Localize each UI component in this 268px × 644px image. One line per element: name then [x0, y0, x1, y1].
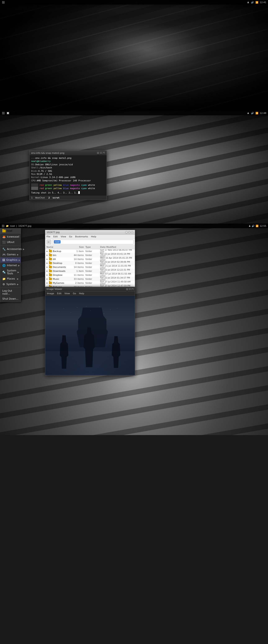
terminal-minimize-btn[interactable]: _	[97, 152, 99, 154]
iv-menu-help[interactable]: Help	[79, 292, 84, 295]
topbar-image-name: 102477.jpg	[18, 225, 31, 227]
expand-arrow: ▶	[47, 258, 49, 260]
expand-arrow: ▶	[47, 254, 49, 256]
clock-3: 12:55	[260, 225, 266, 227]
terminal-line-colors1: black red green yellow blue magenta cyan…	[31, 184, 105, 186]
file-size: 14 items	[71, 266, 85, 268]
file-type: folder	[85, 278, 100, 280]
menu-item-systemtools[interactable]: 🔩 System Tools ▶	[0, 268, 21, 276]
internet-arrow: ▶	[18, 264, 20, 267]
fm-path-bar[interactable]: noel	[52, 240, 133, 244]
fm-minimize-btn[interactable]: _	[125, 231, 128, 234]
network-icon-2: 📶	[255, 111, 258, 115]
system-icon: ⚙	[2, 282, 5, 286]
scene-atmosphere	[45, 296, 135, 375]
fm-col-type: Type	[85, 246, 100, 248]
fm-col-date: Date Modified	[100, 246, 133, 248]
terminal-body[interactable]: --- env-info && snap mate2.png noel@blue…	[30, 155, 106, 196]
fm-maximize-btn[interactable]: □	[128, 231, 131, 234]
network-icon-3: 📶	[256, 225, 258, 227]
folder-icon	[49, 270, 52, 272]
file-size: 1 item	[71, 250, 85, 253]
terminal-tab-2[interactable]: 2 scrot	[48, 196, 59, 199]
menu-item-label: Iceweasel	[7, 235, 19, 238]
menu-icon-1[interactable]: ⬛	[2, 1, 5, 4]
terminal-line-colors2: black red green yellow blue magenta cyan…	[31, 187, 105, 190]
iv-minimize-btn[interactable]: _	[126, 288, 128, 290]
systray-1: ♟ 🔊 📶 12:41	[246, 1, 266, 4]
fm-menu-help[interactable]: Help	[91, 235, 96, 238]
fm-menu-file[interactable]: File	[47, 235, 50, 238]
menu-item-system[interactable]: ⚙ System ▶	[0, 282, 21, 287]
urxvt-icon: ⬛	[2, 240, 6, 244]
iv-content: ⌢ ⌢ ⌢ ⌢ ⌢ ⌢ ⌢ ⌢ ⌢ ⌢	[45, 296, 135, 375]
file-type: folder	[85, 266, 100, 268]
fm-toolbar: ← noel	[45, 239, 135, 245]
fm-close-btn[interactable]: ×	[131, 231, 133, 234]
games-icon: 🎮	[2, 253, 6, 256]
wallpaper-overlay-1	[0, 0, 268, 111]
menu-item-label: System	[7, 283, 16, 286]
imageviewer-window: Image Viewer _ □ × Image Edit View Go He…	[45, 287, 135, 375]
file-size: 14 items	[71, 258, 85, 260]
folder-icon	[49, 282, 52, 284]
menu-icon-2[interactable]: ⬛	[2, 111, 5, 115]
iv-menu-image[interactable]: Image	[47, 292, 54, 295]
menu-item-games[interactable]: 🎮 Games ▶	[0, 252, 21, 257]
file-size: 44 items	[71, 254, 85, 256]
file-name: Backup	[53, 250, 71, 253]
menu-item-accessories[interactable]: 🔧 Accessories ▶	[0, 246, 21, 252]
terminal-window: env-info && snap mate2.png _ □ × --- env…	[29, 150, 107, 200]
menu-item-urxvt[interactable]: ⬛ URxvt	[0, 240, 21, 245]
iv-close-btn[interactable]: ×	[131, 288, 133, 290]
menu-item-label: System Tools	[7, 269, 16, 275]
fm-menu-view[interactable]: View	[61, 235, 66, 238]
terminal-maximize-btn[interactable]: □	[100, 152, 102, 154]
iv-menu-edit[interactable]: Edit	[57, 292, 61, 295]
internet-icon: 🌐	[2, 264, 6, 267]
fm-column-header: Name Size Type Date Modified	[45, 245, 135, 249]
terminal-line-disk: Disk: 4.7G / 58G	[31, 170, 105, 172]
menu-item-logout[interactable]: Log Out noel...	[0, 288, 21, 296]
desktop-section-2: ⬛ 🔲 urxvt ♟ 🔊 📶 12:48 env-info && snap m…	[0, 111, 268, 224]
terminal-tab-1[interactable]: 1 WeeChat	[31, 196, 45, 199]
systemtools-icon: 🔩	[2, 270, 6, 274]
systray-2: ♟ 🔊 📶 12:48	[246, 111, 266, 115]
fm-back-button[interactable]: ←	[47, 240, 51, 244]
menu-item-graphics[interactable]: 🖼 Graphics ▶	[0, 257, 21, 263]
fm-titlebar: 102477.jpg _ □ ×	[45, 230, 135, 235]
fm-menu-edit[interactable]: Edit	[53, 235, 58, 238]
speaker-icon-1: 🔊	[251, 1, 254, 4]
file-size: 2 items	[71, 282, 85, 284]
iv-menu-go[interactable]: Go	[73, 292, 76, 295]
expand-arrow: ▶	[47, 266, 49, 268]
menu-icon-3[interactable]: ⬛	[2, 225, 5, 227]
speaker-icon-3: 🔊	[252, 225, 254, 227]
fm-col-size: Size	[71, 246, 85, 248]
fm-menu-go[interactable]: Go	[69, 235, 72, 238]
terminal-close-btn[interactable]: ×	[103, 152, 105, 154]
iv-maximize-btn[interactable]: □	[129, 288, 131, 290]
steam-icon-1: ♟	[246, 1, 250, 4]
menu-item-label: Accessories	[7, 248, 22, 250]
fm-menu-bookmarks[interactable]: Bookmarks	[75, 235, 88, 238]
fm-col-name: Name	[47, 246, 71, 248]
menu-item-label: Shut Down...	[2, 297, 19, 300]
menu-item-places[interactable]: 📁 Places ▶	[0, 276, 21, 282]
menu-item-internet[interactable]: 🌐 Internet ▶	[0, 263, 21, 268]
file-type: folder	[85, 250, 100, 253]
file-name: Desktop	[53, 262, 71, 264]
fm-body: ▶ Backup 1 item folder Sun 17 Nov 2013 0…	[45, 249, 135, 293]
accessories-icon: 🔧	[2, 248, 6, 251]
iv-menu-view[interactable]: View	[64, 292, 70, 295]
topbar-left-3: ⬛ 📁 noel | 102477.jpg	[2, 225, 31, 227]
menu-item-shutdown[interactable]: Shut Down...	[0, 296, 21, 301]
games-arrow: ▶	[17, 254, 19, 256]
menu-item-iceweasel[interactable]: 🦊 Iceweasel	[0, 234, 21, 240]
steam-icon-2: ♟	[246, 111, 250, 115]
menu-divider-2	[0, 288, 21, 288]
terminal-line-cmd: --- env-info && snap mate2.png	[31, 156, 105, 160]
topbar-title-2: urxvt	[11, 112, 17, 114]
menu-item-label: URxvt	[7, 241, 15, 244]
expand-arrow: ▶	[47, 282, 49, 284]
